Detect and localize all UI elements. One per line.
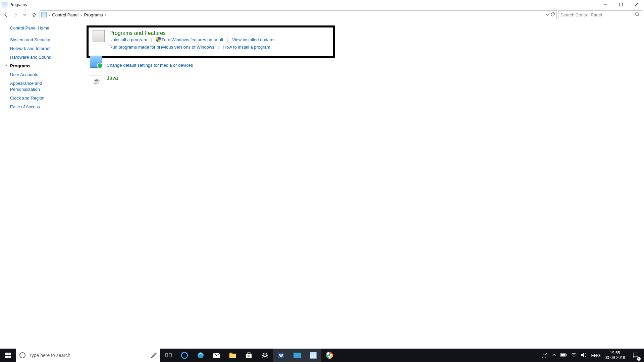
chevron-right-icon: › (80, 12, 82, 17)
tray-show-hidden-icon[interactable] (552, 353, 556, 358)
svg-rect-30 (293, 353, 301, 358)
programs-features-icon (93, 30, 105, 42)
svg-rect-6 (165, 354, 168, 357)
taskbar-app-mail[interactable] (209, 349, 225, 362)
minimize-button[interactable] (598, 0, 613, 9)
sidebar-item-ease-of-access[interactable]: Ease of Access (10, 102, 81, 111)
sidebar-item-network-internet[interactable]: Network and Internet (10, 44, 81, 53)
taskbar-app-browser[interactable] (193, 349, 209, 362)
svg-point-4 (636, 12, 639, 15)
categories-below: Default Programs Change default settings… (87, 56, 641, 87)
svg-line-25 (266, 357, 267, 358)
svg-line-27 (263, 357, 264, 358)
address-bar-icon (41, 12, 47, 17)
tray-clock[interactable]: 19:55 03-09-2019 (605, 351, 625, 360)
up-button[interactable] (30, 11, 38, 19)
tray-time: 19:55 (605, 351, 625, 355)
tray-battery-icon[interactable] (560, 353, 567, 358)
taskbar: 🎤 W ENG 19:55 03-09-2019 4 (0, 349, 644, 362)
svg-rect-12 (229, 353, 232, 354)
window-body: Control Panel Home System and Security N… (0, 20, 644, 349)
close-button[interactable] (629, 0, 644, 9)
chevron-right-icon: › (49, 12, 50, 17)
svg-line-26 (266, 353, 267, 354)
category-title-java[interactable]: Java (107, 75, 118, 81)
titlebar-controls (598, 0, 644, 9)
sidebar-home[interactable]: Control Panel Home (10, 25, 81, 31)
tray-volume-icon[interactable] (581, 352, 587, 359)
svg-point-34 (328, 354, 331, 357)
taskbar-app-edge[interactable] (176, 349, 193, 362)
svg-rect-17 (248, 356, 249, 357)
java-icon: ☕ (90, 75, 102, 87)
microphone-icon[interactable]: 🎤 (151, 352, 157, 358)
svg-rect-7 (169, 354, 171, 357)
taskbar-app-settings[interactable] (257, 349, 273, 362)
taskbar-app-store[interactable] (241, 349, 257, 362)
search-control-panel[interactable] (558, 10, 642, 19)
svg-rect-39 (561, 354, 565, 356)
control-panel-icon (310, 352, 317, 359)
breadcrumb-programs[interactable]: Programs (84, 12, 103, 17)
window-titlebar: Programs (0, 0, 644, 9)
taskbar-pinned-apps: W (160, 349, 337, 362)
sidebar-item-clock-region[interactable]: Clock and Region (10, 94, 81, 102)
tray-people-icon[interactable] (542, 352, 548, 359)
link-change-default-settings[interactable]: Change default settings for media or dev… (107, 63, 193, 68)
search-input[interactable] (560, 12, 633, 17)
content-pane: Programs and Features Uninstall a progra… (84, 20, 644, 349)
highlight-box-programs-features: Programs and Features Uninstall a progra… (87, 25, 335, 58)
maximize-button[interactable] (613, 0, 629, 9)
svg-rect-18 (249, 356, 250, 357)
start-button[interactable] (0, 349, 16, 362)
svg-point-19 (264, 354, 266, 357)
category-java: ☕ Java (90, 75, 641, 87)
sidebar-item-programs[interactable]: Programs (10, 61, 81, 70)
taskbar-search[interactable]: 🎤 (16, 349, 160, 362)
svg-point-35 (543, 353, 545, 355)
action-center-button[interactable]: 4 (629, 349, 642, 362)
tray-date: 03-09-2019 (605, 355, 625, 360)
tray-wifi-icon[interactable] (571, 353, 577, 358)
forward-button[interactable] (11, 11, 19, 19)
address-bar[interactable]: › Control Panel › Programs › (40, 10, 557, 19)
sidebar-item-hardware-sound[interactable]: Hardware and Sound (10, 53, 81, 61)
sidebar-item-appearance[interactable]: Appearance and Personalization (10, 79, 54, 94)
svg-point-36 (546, 353, 547, 355)
navigation-toolbar: › Control Panel › Programs › (0, 9, 644, 20)
svg-rect-41 (633, 353, 638, 357)
shield-icon (156, 37, 161, 42)
link-uninstall-program[interactable]: Uninstall a program (109, 37, 147, 42)
taskbar-app-control-panel[interactable] (305, 349, 321, 362)
taskbar-tray: ENG 19:55 03-09-2019 4 (542, 349, 644, 362)
control-panel-app-icon (2, 2, 7, 7)
svg-point-8 (181, 352, 187, 358)
task-view-button[interactable] (160, 349, 176, 362)
taskbar-app-chrome[interactable] (321, 349, 337, 362)
tray-language[interactable]: ENG (591, 353, 600, 358)
svg-point-9 (198, 352, 204, 358)
link-view-installed-updates[interactable]: View installed updates (232, 37, 275, 42)
refresh-button[interactable] (550, 12, 555, 18)
sidebar-item-system-security[interactable]: System and Security (10, 35, 81, 44)
category-links-programs-features: Uninstall a program | Turn Windows featu… (109, 36, 283, 51)
svg-rect-1 (620, 3, 623, 6)
taskbar-app-file-explorer[interactable] (225, 349, 241, 362)
link-compatibility[interactable]: Run programs made for previous versions … (109, 45, 214, 50)
link-windows-features[interactable]: Turn Windows features on or off (161, 37, 223, 42)
chevron-right-icon: › (105, 12, 106, 17)
taskbar-search-input[interactable] (29, 353, 147, 358)
address-dropdown-button[interactable] (546, 12, 549, 17)
recent-locations-button[interactable] (21, 11, 29, 19)
svg-point-40 (574, 357, 574, 357)
back-button[interactable] (2, 11, 10, 19)
sidebar: Control Panel Home System and Security N… (0, 20, 84, 349)
window-title: Programs (9, 2, 27, 7)
sidebar-item-user-accounts[interactable]: User Accounts (10, 70, 81, 79)
svg-line-24 (263, 353, 264, 354)
taskbar-app-word[interactable]: W (273, 349, 289, 362)
link-how-to-install[interactable]: How to install a program (223, 45, 270, 50)
category-title-programs-features[interactable]: Programs and Features (109, 30, 166, 36)
breadcrumb-control-panel[interactable]: Control Panel (52, 12, 78, 17)
taskbar-app-generic-blue[interactable] (289, 349, 305, 362)
